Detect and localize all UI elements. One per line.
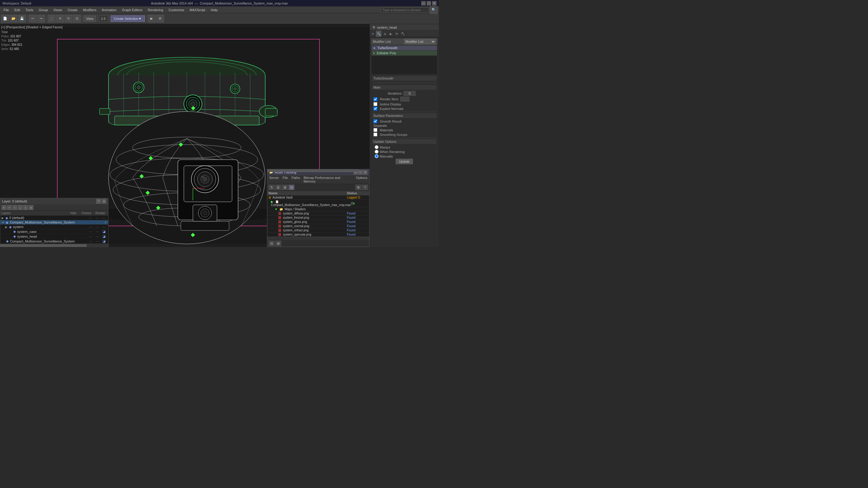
layers-col-render: Render [94, 212, 107, 215]
search-button[interactable]: 🔍 [430, 6, 438, 14]
layer-item-compact2[interactable]: ◉ Compact_Multisensor_Surveillance_Syste… [0, 239, 108, 244]
asset-row-diffuse[interactable]: 🖼 system_diffuse.png Found [267, 212, 369, 216]
open-file-button[interactable]: 📂 [10, 15, 18, 23]
at-menu-file[interactable]: File [282, 175, 288, 184]
at-footer-tab1[interactable]: ⊟ [269, 241, 275, 246]
menu-create[interactable]: Create [65, 7, 80, 13]
tab-motion[interactable]: ▶ [388, 31, 394, 37]
vault-icon: ⊞ [269, 196, 271, 199]
menu-help[interactable]: Help [208, 7, 220, 13]
layers-help-button[interactable]: ? [96, 199, 101, 204]
layers-close-button[interactable]: ✕ [101, 199, 106, 204]
tab-hierarchy[interactable]: ⊕ [382, 31, 388, 37]
menu-edit[interactable]: Edit [12, 7, 23, 13]
menu-rendering[interactable]: Rendering [146, 7, 166, 13]
select-button[interactable]: ⬚ [48, 15, 56, 23]
at-close-button[interactable]: ✕ [363, 170, 367, 174]
at-menu-paths[interactable]: Paths [291, 175, 301, 184]
menu-customize[interactable]: Customize [166, 7, 187, 13]
fresnel-status: Found [347, 216, 368, 219]
save-file-button[interactable]: 💾 [18, 15, 26, 23]
layers-delete-button[interactable]: − [7, 205, 12, 210]
menu-maxscript[interactable]: MAXScript [187, 7, 208, 13]
viewport-label: [+] [Perspective] [Shaded + Edged Faces] [1, 25, 63, 29]
layer-item-system[interactable]: ▶ ◉ system — — — [0, 225, 108, 229]
menu-graph-editors[interactable]: Graph Editors [120, 7, 145, 13]
at-refresh-button[interactable]: ↻ [269, 185, 275, 190]
layer-item-system-case[interactable]: ◉ system_case — — ◪ [0, 229, 108, 234]
at-menu-options[interactable]: Options [355, 175, 368, 184]
iterations-input[interactable] [404, 91, 415, 96]
materials-checkbox[interactable] [373, 128, 377, 132]
layer-item-compact[interactable]: ▼ ◉ Compact_Multisensor_Surveillance_Sys… [0, 220, 108, 225]
snap-input[interactable] [99, 16, 108, 22]
asset-row-vault[interactable]: ⊞ Autodesk Vault Logged O [267, 195, 369, 200]
asset-row-specular[interactable]: 🖼 system_specular.png Found [267, 233, 369, 237]
close-button[interactable]: ✕ [432, 1, 436, 5]
update-button[interactable]: Update [396, 159, 413, 164]
modifier-turbosmooth[interactable]: ● TurboSmooth [372, 45, 437, 50]
at-menu-server[interactable]: Server [269, 175, 279, 184]
fresnel-icon: 🖼 [278, 216, 281, 219]
menu-modifiers[interactable]: Modifiers [81, 7, 99, 13]
explicit-normals-checkbox[interactable] [373, 107, 377, 110]
asset-scrollbar[interactable] [267, 237, 369, 240]
minimize-button[interactable]: — [421, 1, 426, 5]
modifier-dropdown[interactable]: Modifier List [404, 39, 436, 44]
smooth-result-checkbox[interactable] [373, 119, 377, 123]
at-tree-view-button[interactable]: ⊟ [288, 185, 294, 190]
tab-create[interactable]: ✦ [370, 31, 376, 37]
isoline-checkbox[interactable] [373, 102, 377, 106]
at-details-button[interactable]: ⊞ [282, 185, 288, 190]
when-rendering-radio[interactable] [375, 150, 378, 154]
move-button[interactable]: ✛ [56, 15, 64, 23]
at-footer-tab2[interactable]: ⊞ [275, 241, 281, 246]
at-help-button[interactable]: ? [362, 185, 368, 190]
always-radio[interactable] [375, 145, 378, 149]
layers-scrollbar[interactable] [0, 244, 108, 247]
asset-row-max-file[interactable]: ▶ 📋 Compact_Multisensor_Surveillance_Sys… [267, 200, 369, 207]
menu-views[interactable]: Views [51, 7, 64, 13]
render-iters-input[interactable] [400, 97, 409, 101]
turbosmooth-params: TurboSmooth Main Iterations: Render Iter… [371, 75, 438, 166]
manually-radio[interactable] [375, 154, 378, 158]
at-settings-button[interactable]: ⚙ [355, 185, 361, 190]
render-iters-checkbox[interactable] [373, 97, 377, 101]
menu-group[interactable]: Group [36, 7, 50, 13]
modifier-editable-poly[interactable]: ▪ Editable Poly [372, 51, 437, 56]
layer-item-default[interactable]: ▶ ◉ 0 (default) — — — [0, 216, 108, 220]
asset-row-refract[interactable]: 🖼 system_refract.png Found [267, 228, 369, 233]
smoothing-groups-checkbox[interactable] [373, 133, 377, 136]
rotate-button[interactable]: ↻ [64, 15, 72, 23]
layers-settings-button[interactable]: ≡ [29, 205, 33, 210]
create-selection-button[interactable]: Create Selection ▼ [111, 15, 145, 22]
new-file-button[interactable]: 📄 [1, 15, 9, 23]
layers-merge-button[interactable]: ↕ [23, 205, 28, 210]
asset-row-normal[interactable]: 🖼 system_normal.png Found [267, 224, 369, 228]
modifier-list-label: Modifier List [373, 40, 404, 43]
asset-row-fresnel[interactable]: 🖼 system_fresnel.png Found [267, 216, 369, 220]
render-setup-button[interactable]: ⚙ [156, 15, 164, 23]
at-menu-bitmap[interactable]: Bitmap Performance and Memory [303, 175, 353, 184]
scale-button[interactable]: ⊡ [73, 15, 81, 23]
tab-display[interactable]: 👁 [394, 31, 400, 37]
menu-tools[interactable]: Tools [23, 7, 36, 13]
layers-add-button[interactable]: + [1, 205, 6, 210]
tab-utility[interactable]: 🔨 [400, 31, 406, 37]
render-button[interactable]: ▶ [148, 15, 156, 23]
layer-item-system-head[interactable]: ◉ system_head — — ◪ [0, 234, 108, 239]
tab-modify[interactable]: 🔧 [376, 31, 382, 37]
redo-button[interactable]: ↪ [37, 15, 45, 23]
menu-file[interactable]: File [1, 7, 11, 13]
search-input[interactable] [381, 7, 429, 13]
layers-up-button[interactable]: ↑ [12, 205, 17, 210]
asset-row-maps[interactable]: ▼ 📁 Maps / Shaders [267, 207, 369, 212]
collapse-handle[interactable] [372, 82, 436, 84]
menu-animation[interactable]: Animation [99, 7, 119, 13]
undo-button[interactable]: ↩ [29, 15, 36, 23]
asset-row-gloss[interactable]: 🖼 system_gloss.png Found [267, 220, 369, 224]
maximize-button[interactable]: □ [427, 1, 431, 5]
at-list-view-button[interactable]: ☰ [275, 185, 281, 190]
view-dropdown[interactable]: View [84, 15, 96, 22]
layers-down-button[interactable]: ↓ [18, 205, 23, 210]
